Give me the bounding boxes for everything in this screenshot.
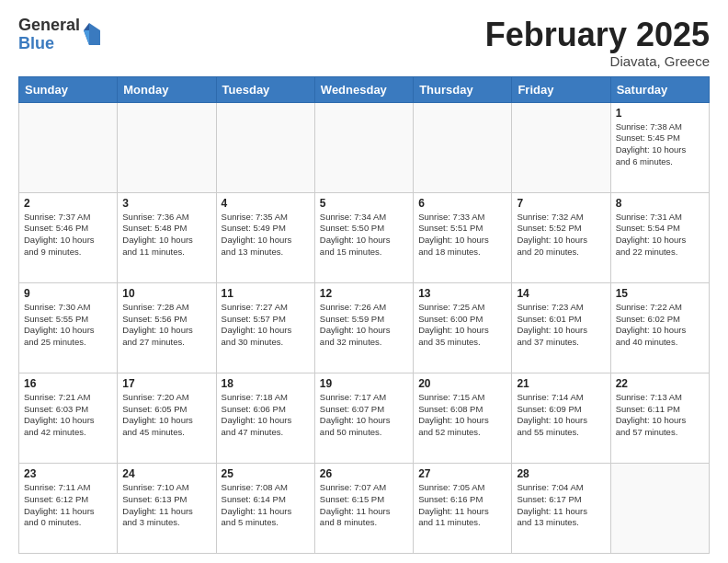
day-number: 2 [24, 197, 112, 210]
day-number: 8 [616, 197, 704, 210]
table-row: 9Sunrise: 7:30 AM Sunset: 5:55 PM Daylig… [19, 282, 118, 373]
table-row: 4Sunrise: 7:35 AM Sunset: 5:49 PM Daylig… [216, 192, 314, 282]
day-info: Sunrise: 7:10 AM Sunset: 6:13 PM Dayligh… [122, 482, 210, 529]
page: General Blue February 2025 Diavata, Gree… [0, 0, 728, 563]
title-area: February 2025 Diavata, Greece [485, 17, 710, 69]
location: Diavata, Greece [485, 53, 710, 69]
day-number: 16 [24, 377, 112, 390]
calendar-header-row: Sunday Monday Tuesday Wednesday Thursday… [19, 76, 710, 102]
day-info: Sunrise: 7:26 AM Sunset: 5:59 PM Dayligh… [320, 302, 408, 349]
table-row: 24Sunrise: 7:10 AM Sunset: 6:13 PM Dayli… [118, 463, 216, 553]
day-info: Sunrise: 7:32 AM Sunset: 5:52 PM Dayligh… [517, 212, 605, 259]
day-number: 19 [320, 377, 408, 390]
day-number: 25 [222, 467, 310, 480]
day-number: 4 [222, 197, 310, 210]
table-row [19, 102, 118, 192]
day-info: Sunrise: 7:21 AM Sunset: 6:03 PM Dayligh… [24, 392, 112, 439]
col-tuesday: Tuesday [216, 76, 314, 102]
calendar-week-3: 16Sunrise: 7:21 AM Sunset: 6:03 PM Dayli… [19, 373, 710, 463]
day-number: 7 [517, 197, 605, 210]
month-year: February 2025 [485, 17, 710, 53]
day-info: Sunrise: 7:37 AM Sunset: 5:46 PM Dayligh… [24, 212, 112, 259]
table-row: 10Sunrise: 7:28 AM Sunset: 5:56 PM Dayli… [118, 282, 216, 373]
day-info: Sunrise: 7:35 AM Sunset: 5:49 PM Dayligh… [222, 212, 310, 259]
table-row: 22Sunrise: 7:13 AM Sunset: 6:11 PM Dayli… [610, 373, 709, 463]
table-row: 26Sunrise: 7:07 AM Sunset: 6:15 PM Dayli… [314, 463, 413, 553]
calendar-week-0: 1Sunrise: 7:38 AM Sunset: 5:45 PM Daylig… [19, 102, 710, 192]
table-row: 18Sunrise: 7:18 AM Sunset: 6:06 PM Dayli… [216, 373, 314, 463]
table-row [118, 102, 216, 192]
table-row: 28Sunrise: 7:04 AM Sunset: 6:17 PM Dayli… [512, 463, 610, 553]
table-row: 20Sunrise: 7:15 AM Sunset: 6:08 PM Dayli… [414, 373, 512, 463]
day-info: Sunrise: 7:04 AM Sunset: 6:17 PM Dayligh… [517, 482, 605, 529]
day-info: Sunrise: 7:22 AM Sunset: 6:02 PM Dayligh… [616, 302, 704, 349]
day-number: 5 [320, 197, 408, 210]
table-row: 19Sunrise: 7:17 AM Sunset: 6:07 PM Dayli… [314, 373, 413, 463]
table-row: 8Sunrise: 7:31 AM Sunset: 5:54 PM Daylig… [610, 192, 709, 282]
table-row [314, 102, 413, 192]
table-row: 25Sunrise: 7:08 AM Sunset: 6:14 PM Dayli… [216, 463, 314, 553]
day-number: 26 [320, 467, 408, 480]
logo-blue: Blue [18, 34, 54, 52]
day-info: Sunrise: 7:36 AM Sunset: 5:48 PM Dayligh… [122, 212, 210, 259]
table-row: 16Sunrise: 7:21 AM Sunset: 6:03 PM Dayli… [19, 373, 118, 463]
day-info: Sunrise: 7:08 AM Sunset: 6:14 PM Dayligh… [222, 482, 310, 529]
col-friday: Friday [512, 76, 610, 102]
day-info: Sunrise: 7:38 AM Sunset: 5:45 PM Dayligh… [616, 121, 704, 168]
col-monday: Monday [118, 76, 216, 102]
table-row: 2Sunrise: 7:37 AM Sunset: 5:46 PM Daylig… [19, 192, 118, 282]
table-row: 27Sunrise: 7:05 AM Sunset: 6:16 PM Dayli… [414, 463, 512, 553]
table-row: 3Sunrise: 7:36 AM Sunset: 5:48 PM Daylig… [118, 192, 216, 282]
day-info: Sunrise: 7:11 AM Sunset: 6:12 PM Dayligh… [24, 482, 112, 529]
logo-general: General [18, 16, 80, 34]
day-number: 23 [24, 467, 112, 480]
table-row [512, 102, 610, 192]
day-info: Sunrise: 7:17 AM Sunset: 6:07 PM Dayligh… [320, 392, 408, 439]
table-row: 17Sunrise: 7:20 AM Sunset: 6:05 PM Dayli… [118, 373, 216, 463]
table-row: 5Sunrise: 7:34 AM Sunset: 5:50 PM Daylig… [314, 192, 413, 282]
table-row: 6Sunrise: 7:33 AM Sunset: 5:51 PM Daylig… [414, 192, 512, 282]
day-number: 21 [517, 377, 605, 390]
day-number: 3 [122, 197, 210, 210]
day-number: 6 [418, 197, 506, 210]
day-info: Sunrise: 7:28 AM Sunset: 5:56 PM Dayligh… [122, 302, 210, 349]
calendar: Sunday Monday Tuesday Wednesday Thursday… [18, 76, 710, 554]
day-info: Sunrise: 7:07 AM Sunset: 6:15 PM Dayligh… [320, 482, 408, 529]
day-number: 22 [616, 377, 704, 390]
day-number: 28 [517, 467, 605, 480]
day-info: Sunrise: 7:13 AM Sunset: 6:11 PM Dayligh… [616, 392, 704, 439]
day-number: 15 [616, 287, 704, 300]
day-info: Sunrise: 7:30 AM Sunset: 5:55 PM Dayligh… [24, 302, 112, 349]
day-number: 13 [418, 287, 506, 300]
table-row [610, 463, 709, 553]
table-row [216, 102, 314, 192]
table-row: 15Sunrise: 7:22 AM Sunset: 6:02 PM Dayli… [610, 282, 709, 373]
day-info: Sunrise: 7:31 AM Sunset: 5:54 PM Dayligh… [616, 212, 704, 259]
day-info: Sunrise: 7:27 AM Sunset: 5:57 PM Dayligh… [222, 302, 310, 349]
day-info: Sunrise: 7:18 AM Sunset: 6:06 PM Dayligh… [222, 392, 310, 439]
table-row: 23Sunrise: 7:11 AM Sunset: 6:12 PM Dayli… [19, 463, 118, 553]
col-saturday: Saturday [610, 76, 709, 102]
header: General Blue February 2025 Diavata, Gree… [18, 17, 710, 69]
day-number: 20 [418, 377, 506, 390]
day-info: Sunrise: 7:14 AM Sunset: 6:09 PM Dayligh… [517, 392, 605, 439]
logo-text: General Blue [18, 17, 80, 53]
table-row: 11Sunrise: 7:27 AM Sunset: 5:57 PM Dayli… [216, 282, 314, 373]
day-info: Sunrise: 7:33 AM Sunset: 5:51 PM Dayligh… [418, 212, 506, 259]
calendar-week-2: 9Sunrise: 7:30 AM Sunset: 5:55 PM Daylig… [19, 282, 710, 373]
table-row: 13Sunrise: 7:25 AM Sunset: 6:00 PM Dayli… [414, 282, 512, 373]
table-row: 14Sunrise: 7:23 AM Sunset: 6:01 PM Dayli… [512, 282, 610, 373]
day-number: 14 [517, 287, 605, 300]
table-row: 7Sunrise: 7:32 AM Sunset: 5:52 PM Daylig… [512, 192, 610, 282]
day-number: 10 [122, 287, 210, 300]
logo-icon [82, 21, 104, 47]
day-number: 27 [418, 467, 506, 480]
day-number: 18 [222, 377, 310, 390]
day-number: 17 [122, 377, 210, 390]
calendar-week-1: 2Sunrise: 7:37 AM Sunset: 5:46 PM Daylig… [19, 192, 710, 282]
logo: General Blue [18, 17, 104, 53]
day-number: 9 [24, 287, 112, 300]
calendar-week-4: 23Sunrise: 7:11 AM Sunset: 6:12 PM Dayli… [19, 463, 710, 553]
day-info: Sunrise: 7:34 AM Sunset: 5:50 PM Dayligh… [320, 212, 408, 259]
col-sunday: Sunday [19, 76, 118, 102]
